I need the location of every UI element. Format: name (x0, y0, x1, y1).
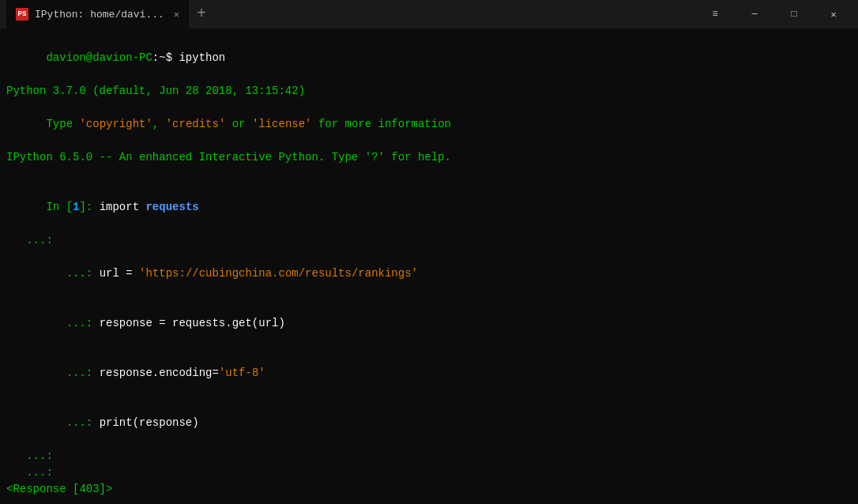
import-keyword: import (100, 201, 146, 213)
encoding-var: response.encoding= (100, 367, 219, 379)
cont-3-line: ...: response = requests.get(url) (6, 299, 852, 348)
tab-close-button[interactable]: ✕ (174, 9, 179, 21)
cont-prefix-4: ...: (46, 367, 99, 379)
cont-4-line: ...: response.encoding='utf-8' (6, 348, 852, 398)
prompt-separator: :~$ (152, 51, 179, 64)
copyright-string: 'copyright' (79, 118, 152, 130)
in-bracket-close-1: ]: (79, 201, 99, 213)
type-copyright-line: Type 'copyright', 'credits' or 'license'… (6, 100, 852, 149)
minimize-icon: — (751, 9, 757, 20)
terminal-body[interactable]: davion@davion-PC:~$ ipython Python 3.7.0… (0, 28, 858, 504)
titlebar: PS IPython: home/davi... ✕ + ≡ — □ ✕ (0, 0, 858, 28)
for-more: for more information (312, 118, 451, 130)
cont-6: ...: (6, 448, 852, 465)
username: davion@davion-PC (46, 51, 152, 64)
maximize-icon: □ (791, 9, 796, 20)
blank-line-2 (6, 498, 852, 504)
input-1-line: In [1]: import requests (6, 182, 852, 232)
tab-icon-text: PS (18, 10, 27, 18)
cont-prefix-2: ...: (46, 267, 99, 280)
close-button[interactable]: ✕ (815, 0, 852, 28)
in-bracket-1: In [ (46, 201, 73, 213)
cont-1: ...: (6, 232, 852, 249)
prompt-line: davion@davion-PC:~$ ipython (6, 33, 852, 83)
credits-string: 'credits' (166, 118, 226, 130)
cont-5-line: ...: print(response) (6, 398, 852, 448)
response-403-line: <Response [403]> (6, 481, 852, 498)
active-tab[interactable]: PS IPython: home/davi... ✕ (6, 0, 189, 28)
minimize-button[interactable]: — (736, 0, 773, 28)
blank-line-1 (6, 166, 852, 182)
url-string: 'https://cubingchina.com/results/ranking… (139, 267, 418, 280)
print-fn: print(response) (100, 416, 199, 429)
tab-label: IPython: home/davi... (35, 9, 164, 21)
new-tab-button[interactable]: + (189, 0, 214, 28)
cont-7: ...: (6, 465, 852, 481)
tab-icon: PS (16, 8, 28, 21)
eq-2: = (119, 267, 139, 280)
url-var: url (100, 267, 119, 280)
menu-icon: ≡ (712, 9, 717, 20)
ipython-version-line: IPython 6.5.0 -- An enhanced Interactive… (6, 149, 852, 166)
cont-2-line: ...: url = 'https://cubingchina.com/resu… (6, 249, 852, 299)
titlebar-left: PS IPython: home/davi... ✕ + (6, 0, 214, 28)
maximize-button[interactable]: □ (776, 0, 812, 28)
window-controls: ≡ — □ ✕ (697, 0, 852, 28)
comma1: , (152, 118, 166, 130)
type-prefix: Type (46, 118, 79, 130)
or-text: or (225, 118, 252, 130)
command-ipython: ipython (179, 51, 225, 64)
requests-module: requests (145, 201, 198, 213)
python-version-line: Python 3.7.0 (default, Jun 28 2018, 13:1… (6, 83, 852, 100)
close-icon: ✕ (830, 9, 836, 21)
menu-button[interactable]: ≡ (697, 0, 733, 28)
cont-prefix-3: ...: (46, 317, 99, 329)
license-string: 'license' (252, 118, 312, 130)
response-var: response = requests.get(url) (100, 317, 285, 329)
cont-prefix-5: ...: (46, 416, 99, 429)
encoding-str: 'utf-8' (219, 367, 265, 379)
terminal-window: PS IPython: home/davi... ✕ + ≡ — □ ✕ (0, 0, 858, 504)
